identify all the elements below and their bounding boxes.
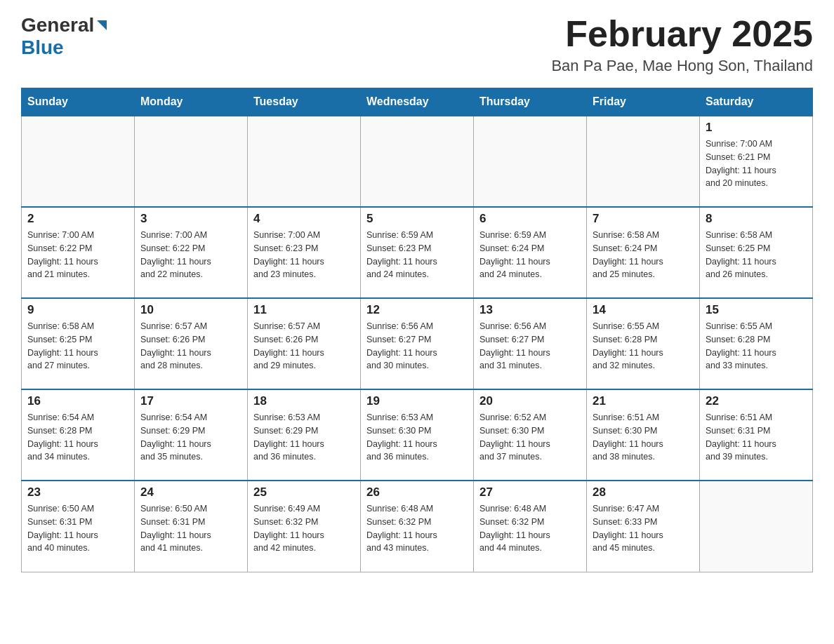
day-number: 2 bbox=[27, 212, 128, 226]
title-section: February 2025 Ban Pa Pae, Mae Hong Son, … bbox=[551, 14, 813, 75]
header-monday: Monday bbox=[135, 88, 248, 116]
calendar-cell-w4-d3: 18Sunrise: 6:53 AMSunset: 6:29 PMDayligh… bbox=[248, 389, 361, 481]
day-info: Sunrise: 7:00 AMSunset: 6:22 PMDaylight:… bbox=[140, 229, 241, 281]
header-wednesday: Wednesday bbox=[361, 88, 474, 116]
week-row-4: 16Sunrise: 6:54 AMSunset: 6:28 PMDayligh… bbox=[22, 389, 813, 481]
logo-general-text: General bbox=[21, 14, 94, 36]
day-info: Sunrise: 7:00 AMSunset: 6:22 PMDaylight:… bbox=[27, 229, 128, 281]
calendar-cell-w5-d1: 23Sunrise: 6:50 AMSunset: 6:31 PMDayligh… bbox=[22, 481, 135, 572]
day-number: 1 bbox=[706, 121, 807, 135]
day-number: 24 bbox=[140, 485, 241, 499]
calendar-cell-w2-d2: 3Sunrise: 7:00 AMSunset: 6:22 PMDaylight… bbox=[135, 207, 248, 298]
calendar-cell-w2-d5: 6Sunrise: 6:59 AMSunset: 6:24 PMDaylight… bbox=[474, 207, 587, 298]
calendar-cell-w4-d4: 19Sunrise: 6:53 AMSunset: 6:30 PMDayligh… bbox=[361, 389, 474, 481]
calendar-cell-w2-d1: 2Sunrise: 7:00 AMSunset: 6:22 PMDaylight… bbox=[22, 207, 135, 298]
day-info: Sunrise: 6:56 AMSunset: 6:27 PMDaylight:… bbox=[366, 320, 468, 373]
calendar-cell-w4-d1: 16Sunrise: 6:54 AMSunset: 6:28 PMDayligh… bbox=[22, 389, 135, 481]
day-number: 23 bbox=[27, 485, 128, 499]
day-info: Sunrise: 6:58 AMSunset: 6:24 PMDaylight:… bbox=[593, 229, 694, 281]
day-info: Sunrise: 7:00 AMSunset: 6:23 PMDaylight:… bbox=[253, 229, 355, 281]
calendar-cell-w5-d2: 24Sunrise: 6:50 AMSunset: 6:31 PMDayligh… bbox=[135, 481, 248, 572]
calendar-cell-w1-d2 bbox=[135, 116, 248, 207]
calendar-cell-w1-d1 bbox=[22, 116, 135, 207]
day-info: Sunrise: 6:59 AMSunset: 6:23 PMDaylight:… bbox=[366, 229, 468, 281]
day-info: Sunrise: 6:55 AMSunset: 6:28 PMDaylight:… bbox=[593, 320, 694, 373]
calendar-cell-w4-d6: 21Sunrise: 6:51 AMSunset: 6:30 PMDayligh… bbox=[587, 389, 700, 481]
day-number: 9 bbox=[27, 303, 128, 317]
calendar-cell-w2-d7: 8Sunrise: 6:58 AMSunset: 6:25 PMDaylight… bbox=[700, 207, 813, 298]
header-friday: Friday bbox=[587, 88, 700, 116]
day-info: Sunrise: 6:54 AMSunset: 6:29 PMDaylight:… bbox=[140, 411, 241, 464]
header-sunday: Sunday bbox=[22, 88, 135, 116]
calendar-table: Sunday Monday Tuesday Wednesday Thursday… bbox=[21, 88, 813, 572]
day-info: Sunrise: 6:56 AMSunset: 6:27 PMDaylight:… bbox=[479, 320, 581, 373]
calendar-cell-w1-d7: 1Sunrise: 7:00 AMSunset: 6:21 PMDaylight… bbox=[700, 116, 813, 207]
location-title: Ban Pa Pae, Mae Hong Son, Thailand bbox=[551, 57, 813, 75]
day-info: Sunrise: 6:51 AMSunset: 6:31 PMDaylight:… bbox=[706, 411, 807, 464]
day-info: Sunrise: 6:48 AMSunset: 6:32 PMDaylight:… bbox=[366, 502, 468, 555]
calendar-cell-w2-d6: 7Sunrise: 6:58 AMSunset: 6:24 PMDaylight… bbox=[587, 207, 700, 298]
day-number: 8 bbox=[706, 212, 807, 226]
day-info: Sunrise: 6:57 AMSunset: 6:26 PMDaylight:… bbox=[253, 320, 355, 373]
day-number: 13 bbox=[479, 303, 581, 317]
calendar-cell-w4-d5: 20Sunrise: 6:52 AMSunset: 6:30 PMDayligh… bbox=[474, 389, 587, 481]
calendar-cell-w1-d4 bbox=[361, 116, 474, 207]
calendar-cell-w5-d5: 27Sunrise: 6:48 AMSunset: 6:32 PMDayligh… bbox=[474, 481, 587, 572]
day-info: Sunrise: 6:55 AMSunset: 6:28 PMDaylight:… bbox=[706, 320, 807, 373]
day-info: Sunrise: 6:58 AMSunset: 6:25 PMDaylight:… bbox=[27, 320, 128, 373]
day-number: 10 bbox=[140, 303, 241, 317]
calendar-cell-w5-d3: 25Sunrise: 6:49 AMSunset: 6:32 PMDayligh… bbox=[248, 481, 361, 572]
day-number: 7 bbox=[593, 212, 694, 226]
day-info: Sunrise: 6:53 AMSunset: 6:29 PMDaylight:… bbox=[253, 411, 355, 464]
day-info: Sunrise: 6:52 AMSunset: 6:30 PMDaylight:… bbox=[479, 411, 581, 464]
day-number: 12 bbox=[366, 303, 468, 317]
day-number: 11 bbox=[253, 303, 355, 317]
calendar-cell-w3-d2: 10Sunrise: 6:57 AMSunset: 6:26 PMDayligh… bbox=[135, 298, 248, 389]
day-info: Sunrise: 6:54 AMSunset: 6:28 PMDaylight:… bbox=[27, 411, 128, 464]
calendar-cell-w3-d3: 11Sunrise: 6:57 AMSunset: 6:26 PMDayligh… bbox=[248, 298, 361, 389]
logo: General Blue bbox=[21, 14, 108, 59]
calendar-cell-w3-d6: 14Sunrise: 6:55 AMSunset: 6:28 PMDayligh… bbox=[587, 298, 700, 389]
day-number: 20 bbox=[479, 394, 581, 408]
week-row-1: 1Sunrise: 7:00 AMSunset: 6:21 PMDaylight… bbox=[22, 116, 813, 207]
calendar-cell-w5-d6: 28Sunrise: 6:47 AMSunset: 6:33 PMDayligh… bbox=[587, 481, 700, 572]
day-number: 4 bbox=[253, 212, 355, 226]
calendar-cell-w2-d4: 5Sunrise: 6:59 AMSunset: 6:23 PMDaylight… bbox=[361, 207, 474, 298]
logo-blue-text: Blue bbox=[21, 36, 64, 59]
day-number: 15 bbox=[706, 303, 807, 317]
calendar-cell-w4-d2: 17Sunrise: 6:54 AMSunset: 6:29 PMDayligh… bbox=[135, 389, 248, 481]
header-thursday: Thursday bbox=[474, 88, 587, 116]
day-info: Sunrise: 6:48 AMSunset: 6:32 PMDaylight:… bbox=[479, 502, 581, 555]
day-number: 3 bbox=[140, 212, 241, 226]
calendar-cell-w3-d7: 15Sunrise: 6:55 AMSunset: 6:28 PMDayligh… bbox=[700, 298, 813, 389]
day-number: 19 bbox=[366, 394, 468, 408]
week-row-2: 2Sunrise: 7:00 AMSunset: 6:22 PMDaylight… bbox=[22, 207, 813, 298]
day-info: Sunrise: 6:47 AMSunset: 6:33 PMDaylight:… bbox=[593, 502, 694, 555]
day-info: Sunrise: 7:00 AMSunset: 6:21 PMDaylight:… bbox=[706, 137, 807, 190]
day-info: Sunrise: 6:59 AMSunset: 6:24 PMDaylight:… bbox=[479, 229, 581, 281]
day-info: Sunrise: 6:57 AMSunset: 6:26 PMDaylight:… bbox=[140, 320, 241, 373]
calendar-cell-w3-d4: 12Sunrise: 6:56 AMSunset: 6:27 PMDayligh… bbox=[361, 298, 474, 389]
header-saturday: Saturday bbox=[700, 88, 813, 116]
day-number: 21 bbox=[593, 394, 694, 408]
day-number: 22 bbox=[706, 394, 807, 408]
day-number: 5 bbox=[366, 212, 468, 226]
day-number: 18 bbox=[253, 394, 355, 408]
day-info: Sunrise: 6:50 AMSunset: 6:31 PMDaylight:… bbox=[140, 502, 241, 555]
svg-marker-0 bbox=[97, 20, 107, 30]
day-info: Sunrise: 6:51 AMSunset: 6:30 PMDaylight:… bbox=[593, 411, 694, 464]
page-header: General Blue February 2025 Ban Pa Pae, M… bbox=[21, 14, 813, 75]
day-number: 16 bbox=[27, 394, 128, 408]
day-info: Sunrise: 6:53 AMSunset: 6:30 PMDaylight:… bbox=[366, 411, 468, 464]
week-row-3: 9Sunrise: 6:58 AMSunset: 6:25 PMDaylight… bbox=[22, 298, 813, 389]
day-info: Sunrise: 6:49 AMSunset: 6:32 PMDaylight:… bbox=[253, 502, 355, 555]
day-number: 26 bbox=[366, 485, 468, 499]
day-info: Sunrise: 6:50 AMSunset: 6:31 PMDaylight:… bbox=[27, 502, 128, 555]
day-number: 28 bbox=[593, 485, 694, 499]
calendar-cell-w1-d5 bbox=[474, 116, 587, 207]
calendar-cell-w5-d7 bbox=[700, 481, 813, 572]
calendar-cell-w1-d6 bbox=[587, 116, 700, 207]
calendar-cell-w4-d7: 22Sunrise: 6:51 AMSunset: 6:31 PMDayligh… bbox=[700, 389, 813, 481]
calendar-cell-w2-d3: 4Sunrise: 7:00 AMSunset: 6:23 PMDaylight… bbox=[248, 207, 361, 298]
calendar-cell-w5-d4: 26Sunrise: 6:48 AMSunset: 6:32 PMDayligh… bbox=[361, 481, 474, 572]
